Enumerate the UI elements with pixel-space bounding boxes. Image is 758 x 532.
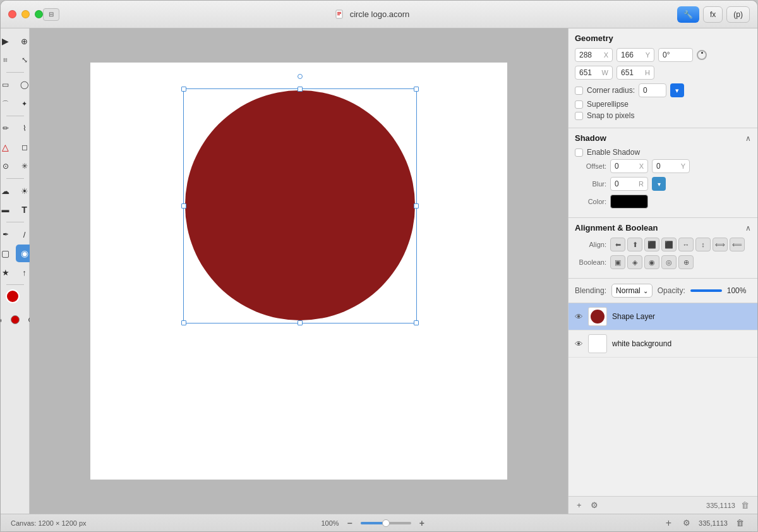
layer-eye-background[interactable]: 👁: [575, 339, 583, 349]
delete-layer-button[interactable]: 🗑: [738, 499, 752, 511]
select-tool[interactable]: ▶: [1, 32, 15, 50]
superellipse-checkbox[interactable]: [575, 100, 583, 109]
delete-canvas-button[interactable]: 🗑: [733, 517, 747, 529]
snap-checkbox[interactable]: [575, 112, 583, 120]
lasso-tool[interactable]: ⌒: [1, 95, 15, 112]
enable-shadow-checkbox[interactable]: [575, 148, 583, 157]
clone-tool[interactable]: ⊙: [1, 157, 15, 175]
xy-row: 288 X 166 Y 0°: [575, 48, 751, 62]
zoom-out-button[interactable]: −: [344, 517, 356, 529]
foreground-bg-swap[interactable]: ◑: [1, 311, 8, 329]
blur-dropdown[interactable]: ▾: [652, 177, 666, 191]
tools-tab-button[interactable]: 🔧: [677, 6, 699, 23]
alignment-collapse-icon[interactable]: ∧: [745, 224, 751, 233]
h-field[interactable]: 651 H: [617, 66, 654, 80]
align-vcenter-button[interactable]: ↕: [695, 238, 711, 251]
layer-thumb-background: [588, 334, 607, 353]
align-hcenter-button[interactable]: ↔: [678, 238, 694, 251]
crop-tool[interactable]: ⌗: [1, 51, 15, 69]
fx-button[interactable]: fx: [703, 6, 723, 23]
layer-item-shape[interactable]: 👁 Shape Layer: [568, 303, 757, 330]
alignment-header: Alignment & Boolean ∧: [575, 223, 751, 233]
handle-bot-center[interactable]: [298, 320, 303, 325]
vector-pen-tool[interactable]: ✏: [1, 119, 15, 137]
shadow-blur-label: Blur:: [575, 180, 606, 188]
left-toolbar: ▶ ⊕ ⌗ ⤡ ▭ ◯ ⌒ ✦ ✏ ⌇ △ ◻: [1, 28, 30, 514]
boolean-intersect-button[interactable]: ◉: [644, 255, 659, 269]
zoom-in-button[interactable]: +: [416, 517, 428, 529]
handle-bot-right[interactable]: [414, 320, 419, 325]
boolean-union-button[interactable]: ▣: [610, 255, 625, 269]
enable-shadow-row: Enable Shadow: [575, 148, 751, 157]
gradient-tool[interactable]: ▬: [1, 201, 15, 219]
pen-tool[interactable]: ✒: [1, 226, 15, 243]
sidebar-toggle-button[interactable]: ⊟: [43, 8, 59, 21]
p-button[interactable]: (p): [726, 6, 750, 23]
boolean-combine-button[interactable]: ⊕: [678, 255, 694, 269]
layer-settings-button[interactable]: ⚙: [587, 499, 601, 511]
align-row: Align: ⬅ ⬆ ⬛ ⬛ ↔ ↕ ⟺ ⟸: [575, 238, 751, 251]
shadow-color-row: Color:: [575, 195, 751, 209]
shadow-color-swatch[interactable]: [610, 195, 648, 209]
rect-select-tool[interactable]: ▭: [1, 76, 15, 94]
tool-separator-1: [6, 72, 24, 73]
boolean-exclude-button[interactable]: ◎: [661, 255, 677, 269]
canvas-settings-button[interactable]: ⚙: [680, 517, 694, 529]
handle-top-right[interactable]: [414, 87, 419, 92]
y-field[interactable]: 166 Y: [617, 48, 654, 62]
layer-action-bar: + ⚙ 335,1113 🗑: [568, 496, 757, 514]
rotate-handle[interactable]: [298, 74, 303, 79]
corner-radius-field[interactable]: 0: [639, 83, 666, 97]
snap-row: Snap to pixels: [575, 111, 751, 120]
align-top-button[interactable]: ⬆: [627, 238, 642, 251]
superellipse-row: Superellipse: [575, 100, 751, 109]
handle-top-left[interactable]: [181, 87, 186, 92]
handle-bot-left[interactable]: [181, 320, 186, 325]
rect-shape-tool[interactable]: ▢: [1, 245, 15, 262]
boolean-buttons: ▣ ◈ ◉ ◎ ⊕: [610, 255, 694, 269]
w-field[interactable]: 651 W: [575, 66, 613, 80]
shadow-offset-y-field[interactable]: 0 Y: [652, 159, 690, 173]
maximize-button[interactable]: [35, 10, 43, 18]
add-canvas-button[interactable]: +: [663, 516, 675, 530]
close-button[interactable]: [8, 10, 16, 18]
geometry-header: Geometry: [575, 33, 751, 43]
add-layer-button[interactable]: +: [574, 499, 585, 511]
align-vdist-button[interactable]: ⟸: [730, 238, 745, 251]
tool-separator-2: [6, 116, 24, 116]
align-left-button[interactable]: ⬅: [610, 238, 625, 251]
tool-row-6: △ ◻: [1, 138, 33, 156]
minimize-button[interactable]: [21, 10, 30, 18]
canvas-area[interactable]: [30, 28, 568, 514]
shadow-offset-x-field[interactable]: 0 X: [610, 159, 648, 173]
boolean-subtract-button[interactable]: ◈: [627, 255, 642, 269]
corner-radius-dropdown[interactable]: ▾: [670, 83, 684, 97]
angle-field[interactable]: 0°: [658, 48, 693, 62]
color-dot[interactable]: [11, 315, 20, 324]
align-right-button[interactable]: ⬛: [644, 238, 659, 251]
layer-thumb-shape: [588, 307, 607, 326]
paint-bucket-tool[interactable]: △: [1, 138, 15, 156]
x-field[interactable]: 288 X: [575, 48, 613, 62]
circle-shape[interactable]: [185, 90, 415, 320]
layer-item-background[interactable]: 👁 white background: [568, 330, 757, 358]
layer-eye-shape[interactable]: 👁: [575, 312, 583, 322]
angle-wheel[interactable]: [697, 50, 707, 60]
color-swatches[interactable]: [6, 289, 25, 308]
zoom-slider[interactable]: [361, 522, 411, 524]
shadow-blur-row: Blur: 0 R ▾: [575, 177, 751, 191]
align-bottom-button[interactable]: ⬛: [661, 238, 677, 251]
shadow-collapse-icon[interactable]: ∧: [745, 134, 751, 143]
star-tool[interactable]: ★: [1, 263, 15, 281]
align-label: Align:: [575, 241, 606, 248]
app-window: ⊟ circle logo.acorn 🔧 fx (p) ▶ ⊕: [0, 0, 758, 532]
opacity-slider[interactable]: [690, 289, 722, 292]
blend-mode-select[interactable]: Normal ⌄: [611, 284, 653, 298]
zoom-slider-thumb[interactable]: [382, 519, 390, 527]
shadow-blur-field[interactable]: 0 R: [610, 177, 648, 191]
cloud-tool[interactable]: ☁: [1, 182, 15, 200]
align-hdist-button[interactable]: ⟺: [713, 238, 728, 251]
corner-radius-checkbox[interactable]: [575, 87, 583, 95]
tools-icon: 🔧: [683, 10, 693, 19]
tool-row-7: ⊙ ✳: [1, 157, 33, 175]
